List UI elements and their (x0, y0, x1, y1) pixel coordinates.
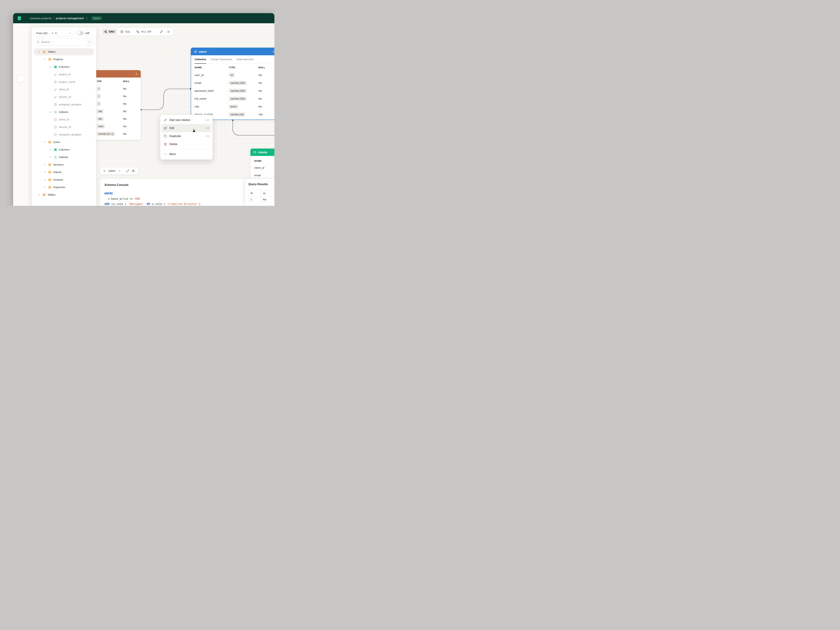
collapse-icon[interactable] (272, 50, 275, 53)
tree-item[interactable]: service_id (34, 93, 94, 101)
menu-item-shortcut: + R (205, 118, 209, 122)
rail-item[interactable] (17, 48, 24, 55)
collapse-icon[interactable] (135, 73, 138, 76)
range-selector[interactable]: From 202... T... (34, 30, 74, 36)
table-row[interactable]: role enum No (191, 103, 275, 111)
zoom-in-button[interactable] (103, 169, 106, 173)
tree-item[interactable]: service_id (34, 123, 94, 131)
rail-item[interactable] (17, 85, 24, 92)
column-nullable: No (123, 110, 141, 113)
column-type: ate (97, 117, 123, 121)
column-type: ecimal (10, 2) (97, 132, 123, 136)
context-menu-item[interactable]: Duplicate + D (161, 132, 211, 140)
icon-rail (13, 23, 28, 206)
tree-item[interactable]: Clients (34, 169, 94, 176)
column-nullable: No (123, 102, 141, 105)
breadcrumb-project[interactable]: cansaas-projects (30, 17, 52, 20)
tree-item[interactable]: Services (34, 161, 94, 168)
chevron-down-icon (69, 32, 71, 35)
tree-item[interactable]: project_id (34, 71, 94, 78)
fit-view-button[interactable] (126, 169, 129, 173)
view-toolbar: ERD SQL HCL Diff (100, 28, 173, 36)
chevron-right-icon (43, 163, 46, 166)
table-icon (48, 171, 51, 174)
context-menu-item[interactable]: Add new relation + R (161, 116, 211, 124)
context-menu-item[interactable]: Edit + E (161, 124, 211, 132)
search-input[interactable] (41, 40, 85, 44)
pan-button[interactable] (132, 169, 135, 173)
tree-item[interactable]: Invoices (34, 176, 94, 183)
chevron-right-icon (43, 178, 46, 181)
tree-item[interactable]: Columns (34, 63, 94, 70)
type-chip: t (97, 87, 101, 91)
view-tab[interactable]: ERD (101, 29, 117, 35)
tree-item[interactable]: client_id (34, 116, 94, 123)
hcl-diff-icon (136, 30, 139, 33)
rail-item[interactable] (17, 76, 24, 82)
column-name: full_name (194, 97, 229, 100)
tree-item[interactable]: assigned_designer (34, 101, 94, 108)
tree-item-label: Columns (59, 148, 69, 151)
tree-item[interactable]: Tables (34, 191, 94, 198)
table-row[interactable]: full_name varchar (255) No (191, 95, 275, 103)
column-type: enum (229, 104, 259, 109)
screen: cansaas-projects / projects-management D… (0, 0, 275, 206)
tree-item[interactable]: assigned_designer (34, 131, 94, 138)
context-menu-item[interactable]: Delete (161, 140, 211, 148)
toolbar-tool-button[interactable] (158, 29, 164, 35)
card-tab[interactable]: Create Statement (211, 55, 232, 64)
view-tab-label: SQL (125, 30, 131, 33)
diff-toggle[interactable] (77, 31, 84, 35)
tree-item[interactable]: Projects (34, 56, 94, 63)
card-tab[interactable]: Dependencies (237, 55, 254, 64)
project-switcher-icon[interactable] (85, 17, 88, 20)
card-tabs: Columns Create Statement Dependencies (191, 55, 275, 64)
edit-icon (164, 126, 167, 130)
rail-item[interactable] (17, 103, 24, 110)
results-row: 1Ra (248, 196, 275, 203)
tree-item[interactable]: Columns (34, 146, 94, 153)
view-tab[interactable]: HCL Diff (134, 29, 154, 35)
zoom-controls: 100% (100, 167, 138, 175)
users-table-card-header[interactable]: users (191, 48, 275, 55)
column-icon (54, 103, 57, 106)
rail-item[interactable] (17, 66, 24, 73)
columns-header-row: NAME TYPE NULL (191, 64, 275, 71)
menu-item-label: Edit (169, 126, 174, 129)
column-type: varchar (255) (229, 96, 259, 101)
card-tab[interactable]: Columns (194, 55, 206, 64)
clients-table-card-header[interactable]: clients (250, 148, 275, 156)
tree-item[interactable]: client_id (34, 86, 94, 93)
tree-item-label: Clients (53, 171, 62, 174)
table-row[interactable]: email (250, 172, 275, 179)
tree-item[interactable]: Indexes (34, 154, 94, 161)
rail-item[interactable] (17, 39, 24, 46)
context-menu-item[interactable]: More (161, 150, 211, 158)
tree-item[interactable]: Payments (34, 184, 94, 191)
rail-item[interactable] (17, 30, 24, 37)
table-title: users (199, 50, 207, 54)
view-tab[interactable]: SQL (118, 29, 133, 35)
users-table-card[interactable]: users Columns Create Statement Dependenc… (191, 47, 275, 120)
tree-item[interactable]: project_name (34, 78, 94, 85)
table-row[interactable]: client_id (250, 164, 275, 172)
rail-item[interactable] (17, 94, 24, 101)
breadcrumb-separator: / (54, 17, 54, 20)
tree-item[interactable]: Users (34, 139, 94, 145)
table-row[interactable]: password_hash varchar (255) No (191, 87, 275, 95)
column-nullable: No (259, 105, 275, 108)
tree-item[interactable]: Tables (34, 48, 94, 55)
breadcrumb-page[interactable]: projects-management (56, 17, 84, 20)
chevron-down-icon (38, 51, 40, 53)
rail-item[interactable] (17, 57, 24, 64)
type-chip: varchar (255) (229, 81, 247, 85)
zoom-out-button[interactable] (118, 169, 121, 173)
toolbar-tool-button[interactable] (165, 29, 172, 35)
tree-item-label: assigned_designer (59, 133, 82, 136)
table-row[interactable]: user_id int No (191, 71, 275, 79)
tree-item[interactable]: Indexes (34, 109, 94, 115)
view-tab-label: ERD (109, 30, 115, 33)
view-switcher: ERD SQL HCL Diff (101, 29, 153, 35)
indexes-icon (54, 156, 57, 159)
table-row[interactable]: email varchar (255) No (191, 79, 275, 87)
